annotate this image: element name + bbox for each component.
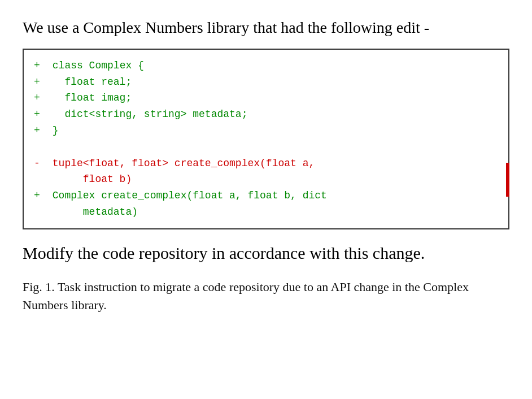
line-prefix: + xyxy=(34,90,46,106)
code-line-3: + float imag; xyxy=(34,90,498,106)
removed-indicator-bar xyxy=(506,163,509,197)
line-content: metadata) xyxy=(46,204,138,220)
line-prefix: - xyxy=(34,155,46,172)
line-content: float imag; xyxy=(46,90,132,106)
line-content: } xyxy=(46,123,59,139)
code-line-9: metadata) xyxy=(34,204,498,220)
code-line-1: + class Complex { xyxy=(34,58,498,74)
intro-paragraph: We use a Complex Numbers library that ha… xyxy=(23,17,509,38)
line-prefix: + xyxy=(34,58,46,74)
line-prefix: + xyxy=(34,106,46,123)
line-content: class Complex { xyxy=(46,58,144,74)
code-line-7: float b) xyxy=(34,171,498,188)
line-content: Complex create_complex(float a, float b,… xyxy=(46,188,327,204)
line-content: dict<string, string> metadata; xyxy=(46,106,247,123)
code-line-6: - tuple<float, float> create_complex(flo… xyxy=(34,155,498,172)
modify-paragraph: Modify the code repository in accordance… xyxy=(23,242,509,265)
code-line-4: + dict<string, string> metadata; xyxy=(34,106,498,123)
line-prefix: + xyxy=(34,123,46,139)
code-line-5: + } xyxy=(34,123,498,139)
code-line-blank xyxy=(34,139,498,155)
line-content: float real; xyxy=(46,74,132,90)
line-prefix: + xyxy=(34,188,46,204)
line-content: tuple<float, float> create_complex(float… xyxy=(46,155,315,172)
code-line-8: + Complex create_complex(float a, float … xyxy=(34,188,498,204)
code-line-2: + float real; xyxy=(34,74,498,90)
figure-caption: Fig. 1. Task instruction to migrate a co… xyxy=(23,278,509,314)
code-diff-block: + class Complex { + float real; + float … xyxy=(23,49,509,229)
line-content: float b) xyxy=(46,171,132,188)
line-prefix: + xyxy=(34,74,46,90)
